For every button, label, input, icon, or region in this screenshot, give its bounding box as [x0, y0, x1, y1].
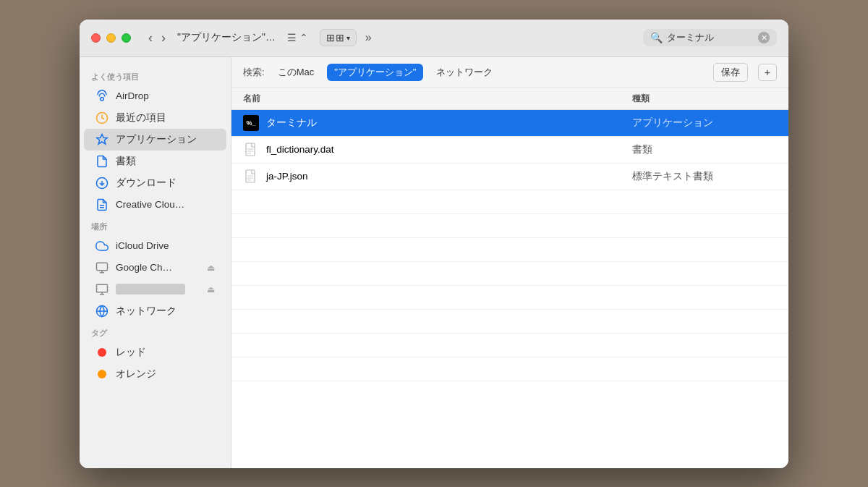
svg-rect-6: [97, 263, 108, 271]
empty-row-8: [231, 357, 788, 381]
sidebar-section-locations: 場所: [80, 216, 231, 235]
search-icon: 🔍: [650, 32, 663, 43]
sidebar: よく使う項目 AirDrop 最: [80, 57, 231, 468]
file-row-ja-jp[interactable]: ja-JP.json 標準テキスト書類: [231, 164, 788, 190]
sidebar-item-google[interactable]: Google Ch… ⏏: [84, 257, 226, 279]
ja-jp-type: 標準テキスト書類: [632, 170, 777, 183]
sidebar-item-tag-red[interactable]: レッド: [84, 342, 226, 363]
downloads-label: ダウンロード: [116, 177, 176, 190]
search-filter-label: 検索:: [243, 66, 265, 79]
recents-label: 最近の項目: [116, 111, 166, 124]
sidebar-item-airdrop[interactable]: AirDrop: [84, 85, 226, 107]
svg-point-0: [101, 97, 104, 101]
sidebar-item-network[interactable]: ネットワーク: [84, 300, 226, 322]
tag-red-icon: [95, 346, 109, 359]
documents-label: 書類: [116, 155, 136, 168]
tag-red-label: レッド: [116, 346, 146, 359]
empty-row-1: [231, 190, 788, 214]
empty-row-6: [231, 310, 788, 334]
google-label: Google Ch…: [116, 262, 172, 273]
search-bar[interactable]: 🔍 ✕: [643, 29, 777, 46]
titlebar: ‹ › "アプリケーション"… ☰ ⌃ ⊞⊞ ▾ » 🔍 ✕: [80, 20, 788, 57]
sidebar-section-favorites: よく使う項目: [80, 66, 231, 85]
recents-icon: [95, 111, 109, 124]
empty-row-7: [231, 334, 788, 357]
search-input[interactable]: [667, 33, 754, 43]
google-drive-icon: [95, 261, 109, 274]
eject-icon-2: ⏏: [207, 284, 215, 295]
terminal-icon: %_: [243, 115, 259, 131]
documents-icon: [95, 155, 109, 168]
tag-orange-icon: [95, 368, 109, 381]
terminal-type: アプリケーション: [632, 117, 777, 130]
applications-label: アプリケーション: [116, 133, 197, 146]
sidebar-item-external[interactable]: ██████████ ⏏: [84, 279, 226, 300]
sidebar-item-applications[interactable]: アプリケーション: [84, 129, 226, 151]
network-icon: [95, 305, 109, 318]
nav-buttons: ‹ ›: [145, 30, 169, 46]
empty-row-2: [231, 214, 788, 238]
downloads-icon: [95, 177, 109, 190]
sidebar-item-tag-orange[interactable]: オレンジ: [84, 363, 226, 385]
search-filter-bar: 検索: このMac "アプリケーション" ネットワーク 保存 +: [231, 57, 788, 88]
fl-dict-name: fl_dictionary.dat: [266, 144, 334, 155]
empty-row-5: [231, 286, 788, 310]
file-list-header: 名前 種類: [231, 88, 788, 110]
sidebar-item-recents[interactable]: 最近の項目: [84, 107, 226, 129]
doc-icon-fl: [243, 142, 259, 158]
external-label: ██████████: [116, 284, 185, 295]
creative-cloud-label: Creative Clou…: [116, 199, 184, 210]
chevron-down-icon: ▾: [346, 34, 350, 42]
icloud-label: iCloud Drive: [116, 240, 169, 251]
creative-cloud-icon: [95, 198, 109, 211]
ja-jp-name: ja-JP.json: [266, 171, 308, 182]
applications-icon: [95, 133, 109, 146]
column-header-name[interactable]: 名前: [243, 93, 632, 105]
file-row-fl-dict[interactable]: fl_dictionary.dat 書類: [231, 137, 788, 164]
filter-network[interactable]: ネットワーク: [430, 64, 498, 81]
back-button[interactable]: ‹: [145, 30, 156, 46]
empty-row-3: [231, 238, 788, 262]
sidebar-item-downloads[interactable]: ダウンロード: [84, 172, 226, 194]
grid-icon: ⊞⊞: [326, 32, 345, 43]
finder-window: ‹ › "アプリケーション"… ☰ ⌃ ⊞⊞ ▾ » 🔍 ✕ よく使う項目: [80, 20, 788, 468]
doc-icon-ja: [243, 169, 259, 185]
more-button[interactable]: »: [365, 31, 372, 44]
sidebar-item-creative-cloud[interactable]: Creative Clou…: [84, 194, 226, 216]
eject-icon: ⏏: [207, 263, 215, 273]
icloud-icon: [95, 240, 109, 253]
empty-row-4: [231, 262, 788, 286]
sidebar-item-documents[interactable]: 書類: [84, 151, 226, 172]
save-search-button[interactable]: 保存: [713, 63, 748, 82]
traffic-lights: [91, 33, 131, 43]
grid-view-button[interactable]: ⊞⊞ ▾: [320, 29, 357, 46]
file-name-cell-ja-jp: ja-JP.json: [243, 169, 632, 185]
airdrop-icon: [95, 90, 109, 103]
filter-this-mac[interactable]: このMac: [272, 64, 320, 81]
file-list: %_ ターミナル アプリケーション: [231, 110, 788, 468]
file-name-cell-terminal: %_ ターミナル: [243, 115, 632, 131]
sidebar-item-icloud[interactable]: iCloud Drive: [84, 235, 226, 257]
sidebar-section-tags: タグ: [80, 322, 231, 342]
maximize-button[interactable]: [122, 33, 131, 43]
minimize-button[interactable]: [106, 33, 116, 43]
view-controls: ☰ ⌃: [284, 31, 311, 44]
search-clear-button[interactable]: ✕: [758, 32, 770, 43]
file-name-cell-fl-dict: fl_dictionary.dat: [243, 142, 632, 158]
close-button[interactable]: [91, 33, 101, 43]
terminal-name: ターミナル: [266, 117, 317, 130]
file-row-terminal[interactable]: %_ ターミナル アプリケーション: [231, 110, 788, 137]
airdrop-label: AirDrop: [116, 90, 149, 101]
add-filter-button[interactable]: +: [758, 64, 777, 81]
filter-applications[interactable]: "アプリケーション": [327, 64, 423, 81]
network-label: ネットワーク: [116, 305, 176, 318]
main-content: よく使う項目 AirDrop 最: [80, 57, 788, 468]
fl-dict-type: 書類: [632, 143, 777, 156]
external-drive-icon: [95, 283, 109, 296]
file-browser: 検索: このMac "アプリケーション" ネットワーク 保存 + 名前 種類: [231, 57, 788, 468]
column-header-type[interactable]: 種類: [632, 93, 777, 105]
svg-rect-7: [97, 284, 108, 292]
list-view-button[interactable]: ☰ ⌃: [284, 31, 311, 44]
tag-orange-label: オレンジ: [116, 368, 156, 381]
forward-button[interactable]: ›: [158, 30, 169, 46]
